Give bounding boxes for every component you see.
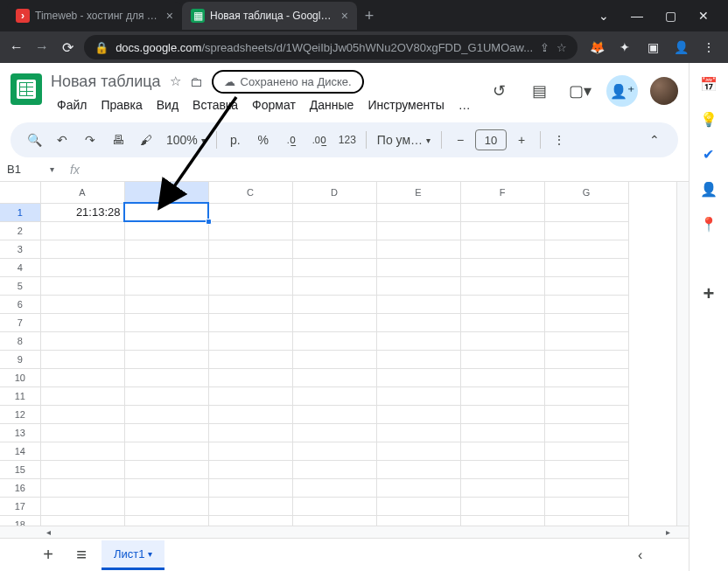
contacts-icon[interactable]: 👤 [700,180,718,198]
cell-B3[interactable] [124,240,208,258]
cell-F3[interactable] [460,240,544,258]
cell-C4[interactable] [208,258,292,276]
decrease-decimal-button[interactable]: .0̲ [278,127,304,153]
chevron-down-icon[interactable]: ⌄ [595,9,612,23]
undo-button[interactable]: ↶ [49,127,75,153]
cell-G17[interactable] [544,497,628,515]
cell-C5[interactable] [208,276,292,295]
cell-E2[interactable] [376,221,460,240]
row-header-1[interactable]: 1 [0,203,40,221]
cell-C18[interactable] [208,515,292,526]
cell-D8[interactable] [292,331,376,350]
cell-F11[interactable] [460,386,544,405]
cell-A7[interactable] [40,313,124,331]
paint-format-button[interactable]: 🖌 [133,127,159,153]
cell-B13[interactable] [124,423,208,442]
cell-A6[interactable] [40,295,124,313]
save-status-pill[interactable]: ☁ Сохранено на Диске. [212,70,364,94]
cell-B16[interactable] [124,478,208,497]
all-sheets-button[interactable]: ≡ [68,542,94,568]
cell-D16[interactable] [292,478,376,497]
cell-B15[interactable] [124,460,208,478]
menu-format[interactable]: Формат [246,94,302,115]
cell-A18[interactable] [40,515,124,526]
cell-D1[interactable] [292,203,376,221]
name-box[interactable]: B1 ▾ [0,163,61,176]
share-icon[interactable]: ⇪ [540,41,550,54]
cell-E7[interactable] [376,313,460,331]
cell-E8[interactable] [376,331,460,350]
cell-G11[interactable] [544,386,628,405]
maps-icon[interactable]: 📍 [700,215,718,233]
cell-E10[interactable] [376,368,460,386]
cell-C9[interactable] [208,350,292,368]
cell-G13[interactable] [544,423,628,442]
cell-G16[interactable] [544,478,628,497]
menu-more[interactable]: … [452,94,477,115]
row-header-17[interactable]: 17 [0,497,40,515]
cell-C7[interactable] [208,313,292,331]
search-icon[interactable]: 🔍 [21,127,47,153]
cell-D4[interactable] [292,258,376,276]
browser-tab-1[interactable]: ▦ Новая таблица - Google Таблицы × [182,2,357,30]
cell-A5[interactable] [40,276,124,295]
cell-A1[interactable]: 21:13:28 [40,203,124,221]
row-header-11[interactable]: 11 [0,386,40,405]
font-size-input[interactable]: 10 [475,129,507,150]
cell-G10[interactable] [544,368,628,386]
cell-F7[interactable] [460,313,544,331]
cell-B10[interactable] [124,368,208,386]
cell-F9[interactable] [460,350,544,368]
cell-A9[interactable] [40,350,124,368]
cell-D18[interactable] [292,515,376,526]
cell-A3[interactable] [40,240,124,258]
scroll-left-button[interactable]: ◂ [40,526,56,538]
cell-D11[interactable] [292,386,376,405]
cell-F17[interactable] [460,497,544,515]
row-header-9[interactable]: 9 [0,350,40,368]
column-header-C[interactable]: C [208,182,292,203]
reading-list-icon[interactable]: ▣ [644,38,662,56]
select-all-corner[interactable] [0,182,40,203]
avatar[interactable] [650,77,678,105]
row-header-13[interactable]: 13 [0,423,40,442]
cell-G1[interactable] [544,203,628,221]
cell-C13[interactable] [208,423,292,442]
cell-D7[interactable] [292,313,376,331]
cell-A4[interactable] [40,258,124,276]
cell-E14[interactable] [376,442,460,460]
cell-G5[interactable] [544,276,628,295]
cell-G3[interactable] [544,240,628,258]
close-icon[interactable]: × [166,9,173,23]
font-family-select[interactable]: По ум… ▾ [372,133,436,147]
get-addons-button[interactable]: + [700,285,718,303]
cell-C3[interactable] [208,240,292,258]
cell-F16[interactable] [460,478,544,497]
cell-E18[interactable] [376,515,460,526]
add-sheet-button[interactable]: + [35,542,61,568]
menu-view[interactable]: Вид [150,94,185,115]
cell-G4[interactable] [544,258,628,276]
metamask-icon[interactable]: 🦊 [588,38,606,56]
row-header-10[interactable]: 10 [0,368,40,386]
close-icon[interactable]: × [341,9,348,23]
star-icon[interactable]: ☆ [556,41,567,54]
keep-icon[interactable]: 💡 [700,110,718,128]
star-icon[interactable]: ☆ [170,73,181,89]
font-size-increase[interactable]: + [508,127,535,153]
cell-G18[interactable] [544,515,628,526]
cell-C17[interactable] [208,497,292,515]
cell-D5[interactable] [292,276,376,295]
cell-A11[interactable] [40,386,124,405]
browser-tab-0[interactable]: › Timeweb - хостинг для сайтов × [7,2,182,30]
cell-B4[interactable] [124,258,208,276]
comments-icon[interactable]: ▤ [526,77,554,105]
cell-E3[interactable] [376,240,460,258]
cell-G12[interactable] [544,405,628,423]
column-header-A[interactable]: A [40,182,124,203]
cell-B9[interactable] [124,350,208,368]
scroll-right-button[interactable]: ▸ [661,526,676,538]
cell-F8[interactable] [460,331,544,350]
cell-F6[interactable] [460,295,544,313]
horizontal-scrollbar[interactable] [56,526,661,538]
